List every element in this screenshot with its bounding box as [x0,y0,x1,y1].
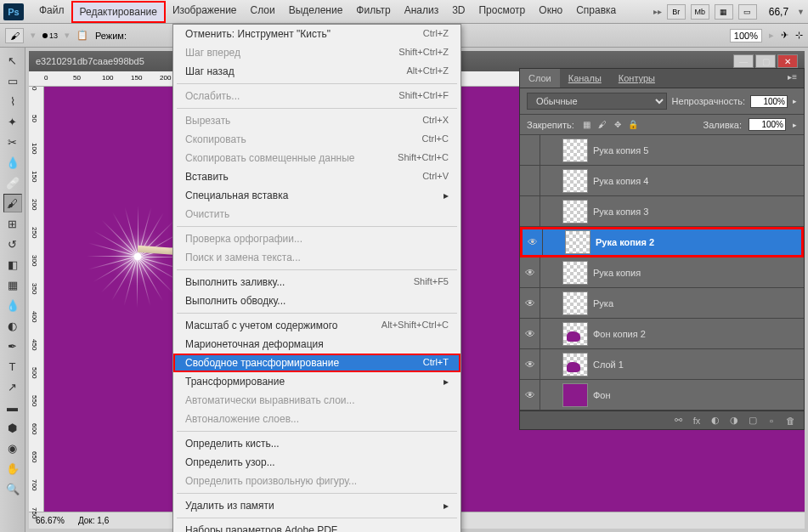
layer-thumbnail[interactable] [562,261,588,285]
menu-item[interactable]: Выполнить обводку... [173,291,461,310]
tablet-icon[interactable]: ⊹ [795,30,803,41]
layer-row[interactable]: Рука копия 3 [520,196,804,227]
layer-row[interactable]: 👁Рука [520,288,804,319]
new-layer-icon[interactable]: ▫ [765,415,778,427]
visibility-eye-icon[interactable]: 👁 [520,349,540,379]
zoom-status[interactable]: 66.67% [36,516,65,525]
layer-thumbnail[interactable] [562,353,588,376]
layer-style-icon[interactable]: fx [690,415,703,427]
chevron-icon[interactable]: ▸ [793,97,797,105]
layer-thumbnail[interactable] [562,383,588,407]
brush-panel-icon[interactable]: 📋 [76,30,88,41]
tab-Контуры[interactable]: Контуры [610,69,664,88]
zoom-value[interactable]: 66,7 [769,6,788,18]
menu-выделение[interactable]: Выделение [282,1,350,23]
type-tool[interactable]: T [3,357,22,376]
menu-item[interactable]: Отменить: Инструмент "Кисть"Ctrl+Z [173,25,461,43]
delete-layer-icon[interactable]: 🗑 [783,415,797,427]
fill-input[interactable] [749,118,786,131]
chevron-icon[interactable]: ▸ [793,121,797,129]
visibility-eye-icon[interactable]: 👁 [520,319,540,348]
menu-item[interactable]: Шаг назадAlt+Ctrl+Z [173,62,461,81]
visibility-eye-icon[interactable]: 👁 [520,288,540,318]
arrange-icon[interactable]: ▦ [715,4,733,20]
visibility-eye-icon[interactable] [520,135,540,165]
visibility-eye-icon[interactable]: 👁 [523,229,543,255]
marquee-tool[interactable]: ▭ [3,71,22,90]
dodge-tool[interactable]: ◐ [3,316,22,335]
lock-all-icon[interactable]: 🔒 [627,119,639,131]
menu-item[interactable]: Трансформирование [173,372,461,391]
maximize-button[interactable]: ▢ [755,54,776,68]
history-brush-tool[interactable]: ↺ [3,235,22,253]
layer-row[interactable]: Рука копия 5 [520,135,804,166]
menu-окно[interactable]: Окно [532,1,569,23]
path-tool[interactable]: ↗ [3,377,22,396]
visibility-eye-icon[interactable] [520,196,540,226]
layer-row[interactable]: 👁Рука копия [520,258,804,288]
layer-thumbnail[interactable] [562,291,588,315]
3d-camera-tool[interactable]: ◉ [3,439,22,457]
pen-tool[interactable]: ✒ [3,337,22,355]
lock-transparency-icon[interactable]: ▦ [581,119,593,131]
3d-tool[interactable]: ⬢ [3,418,22,437]
menu-item[interactable]: Масштаб с учетом содержимогоAlt+Shift+Ct… [173,316,461,335]
menu-просмотр[interactable]: Просмотр [472,1,532,23]
menu-слои[interactable]: Слои [244,1,282,23]
opacity-input[interactable] [750,95,788,108]
move-tool[interactable]: ↖ [3,51,22,70]
adjustment-icon[interactable]: ◑ [727,415,741,427]
layer-name[interactable]: Рука копия 4 [593,176,648,186]
menu-фильтр[interactable]: Фильтр [349,1,397,23]
minibridge-button[interactable]: Mb [691,4,709,20]
minimize-button[interactable]: — [733,54,754,68]
close-button[interactable]: ✕ [777,54,798,68]
menu-item[interactable]: Наборы параметров Adobe PDF... [173,521,461,532]
hand-tool[interactable]: ✋ [3,459,22,478]
layer-name[interactable]: Фон копия 2 [593,329,646,339]
layer-name[interactable]: Рука копия [593,268,641,278]
crop-tool[interactable]: ✂ [3,133,22,151]
panel-menu-icon[interactable]: ▸≡ [781,69,804,88]
layer-row[interactable]: 👁Фон [520,380,804,410]
caret-icon[interactable]: ▸▸ [653,7,662,16]
healing-tool[interactable]: 🩹 [3,173,22,192]
gradient-tool[interactable]: ▦ [3,275,22,294]
layer-name[interactable]: Рука копия 2 [596,237,654,247]
menu-анализ[interactable]: Анализ [398,1,446,23]
menu-справка[interactable]: Справка [569,1,623,23]
layer-row[interactable]: 👁Фон копия 2 [520,319,804,349]
layer-name[interactable]: Рука копия 3 [593,207,648,217]
menu-item[interactable]: ВставитьCtrl+V [173,167,461,186]
layer-thumbnail[interactable] [562,169,588,193]
menu-редактирование[interactable]: Редактирование [71,1,166,23]
brush-preset-icon[interactable]: 🖌 [5,28,24,43]
airbrush-icon[interactable]: ✈ [781,30,788,41]
menu-item[interactable]: Марионеточная деформация [173,335,461,354]
layer-name[interactable]: Рука [593,298,613,308]
tab-Каналы[interactable]: Каналы [560,69,610,88]
layer-thumbnail[interactable] [562,200,588,224]
menu-файл[interactable]: Файл [32,1,71,23]
flow-value[interactable]: 100% [730,29,762,42]
chevron-down-icon[interactable]: ▼ [797,8,805,16]
layer-row[interactable]: 👁Слой 1 [520,349,804,380]
bridge-button[interactable]: Br [667,4,686,20]
layer-thumbnail[interactable] [565,230,590,254]
stamp-tool[interactable]: ⊞ [3,214,22,233]
tab-Слои[interactable]: Слои [520,69,560,88]
layer-name[interactable]: Слой 1 [593,359,624,370]
visibility-eye-icon[interactable]: 👁 [520,380,540,410]
brush-size[interactable]: 13 [42,31,58,40]
layer-name[interactable]: Рука копия 5 [593,145,648,156]
visibility-eye-icon[interactable]: 👁 [520,258,540,287]
visibility-eye-icon[interactable] [520,166,540,195]
layer-thumbnail[interactable] [562,139,588,162]
layer-thumbnail[interactable] [562,322,588,346]
menu-item[interactable]: Специальная вставка [173,186,461,205]
zoom-tool[interactable]: 🔍 [3,479,22,498]
menu-3d[interactable]: 3D [445,1,472,23]
lock-position-icon[interactable]: ✥ [612,119,624,131]
brush-tool[interactable]: 🖌 [3,194,22,212]
menu-item[interactable]: Свободное трансформированиеCtrl+T [173,354,461,372]
